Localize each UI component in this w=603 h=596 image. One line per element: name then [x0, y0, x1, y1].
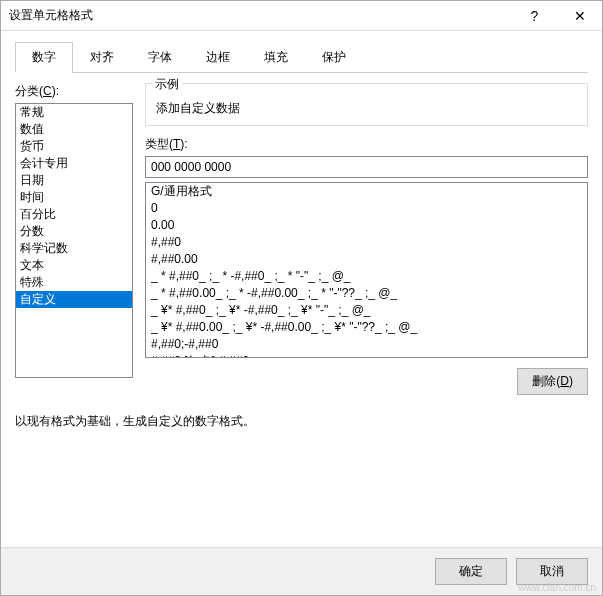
format-item[interactable]: #,##0;-#,##0: [146, 336, 587, 353]
tab-对齐[interactable]: 对齐: [73, 42, 131, 73]
hint-text: 以现有格式为基础，生成自定义的数字格式。: [15, 413, 588, 430]
titlebar-buttons: ? ✕: [512, 1, 602, 30]
tab-填充[interactable]: 填充: [247, 42, 305, 73]
category-item[interactable]: 货币: [16, 138, 132, 155]
sample-group: 示例 添加自定义数据: [145, 83, 588, 126]
delete-row: 删除(D): [145, 368, 588, 395]
format-item[interactable]: _ * #,##0.00_ ;_ * -#,##0.00_ ;_ * "-"??…: [146, 285, 587, 302]
tab-保护[interactable]: 保护: [305, 42, 363, 73]
type-label: 类型(T):: [145, 136, 588, 153]
ok-button[interactable]: 确定: [435, 558, 507, 585]
category-column: 分类(C): 常规数值货币会计专用日期时间百分比分数科学记数文本特殊自定义: [15, 83, 133, 395]
format-item[interactable]: _ * #,##0_ ;_ * -#,##0_ ;_ * "-"_ ;_ @_: [146, 268, 587, 285]
type-input[interactable]: [145, 156, 588, 178]
category-item[interactable]: 文本: [16, 257, 132, 274]
format-item[interactable]: 0.00: [146, 217, 587, 234]
format-item[interactable]: 0: [146, 200, 587, 217]
format-list[interactable]: G/通用格式00.00#,##0#,##0.00_ * #,##0_ ;_ * …: [145, 182, 588, 358]
category-list[interactable]: 常规数值货币会计专用日期时间百分比分数科学记数文本特殊自定义: [15, 103, 133, 378]
category-item[interactable]: 百分比: [16, 206, 132, 223]
format-item[interactable]: _ ¥* #,##0_ ;_ ¥* -#,##0_ ;_ ¥* "-"_ ;_ …: [146, 302, 587, 319]
content-area: 数字对齐字体边框填充保护 分类(C): 常规数值货币会计专用日期时间百分比分数科…: [1, 31, 602, 430]
category-item[interactable]: 时间: [16, 189, 132, 206]
category-item[interactable]: 数值: [16, 121, 132, 138]
category-item[interactable]: 分数: [16, 223, 132, 240]
category-item[interactable]: 常规: [16, 104, 132, 121]
titlebar: 设置单元格格式 ? ✕: [1, 1, 602, 31]
sample-value: 添加自定义数据: [156, 100, 577, 117]
tab-数字[interactable]: 数字: [15, 42, 73, 73]
sample-label: 示例: [152, 76, 182, 93]
tab-panel-number: 分类(C): 常规数值货币会计专用日期时间百分比分数科学记数文本特殊自定义 示例…: [15, 83, 588, 395]
cancel-button[interactable]: 取消: [516, 558, 588, 585]
format-item[interactable]: G/通用格式: [146, 183, 587, 200]
tab-字体[interactable]: 字体: [131, 42, 189, 73]
category-item[interactable]: 科学记数: [16, 240, 132, 257]
category-item[interactable]: 会计专用: [16, 155, 132, 172]
format-item[interactable]: #,##0.00: [146, 251, 587, 268]
delete-button[interactable]: 删除(D): [517, 368, 588, 395]
format-item[interactable]: #,##0;[红色]-#,##0: [146, 353, 587, 358]
category-item[interactable]: 日期: [16, 172, 132, 189]
dialog-window: 设置单元格格式 ? ✕ 数字对齐字体边框填充保护 分类(C): 常规数值货币会计…: [0, 0, 603, 596]
category-item[interactable]: 自定义: [16, 291, 132, 308]
format-column: 示例 添加自定义数据 类型(T): G/通用格式00.00#,##0#,##0.…: [145, 83, 588, 395]
category-label: 分类(C):: [15, 83, 133, 100]
tab-bar: 数字对齐字体边框填充保护: [15, 41, 588, 73]
format-item[interactable]: _ ¥* #,##0.00_ ;_ ¥* -#,##0.00_ ;_ ¥* "-…: [146, 319, 587, 336]
category-item[interactable]: 特殊: [16, 274, 132, 291]
format-item[interactable]: #,##0: [146, 234, 587, 251]
help-button[interactable]: ?: [512, 1, 557, 30]
tab-边框[interactable]: 边框: [189, 42, 247, 73]
close-button[interactable]: ✕: [557, 1, 602, 30]
dialog-footer: 确定 取消: [1, 547, 602, 595]
window-title: 设置单元格格式: [9, 7, 93, 24]
